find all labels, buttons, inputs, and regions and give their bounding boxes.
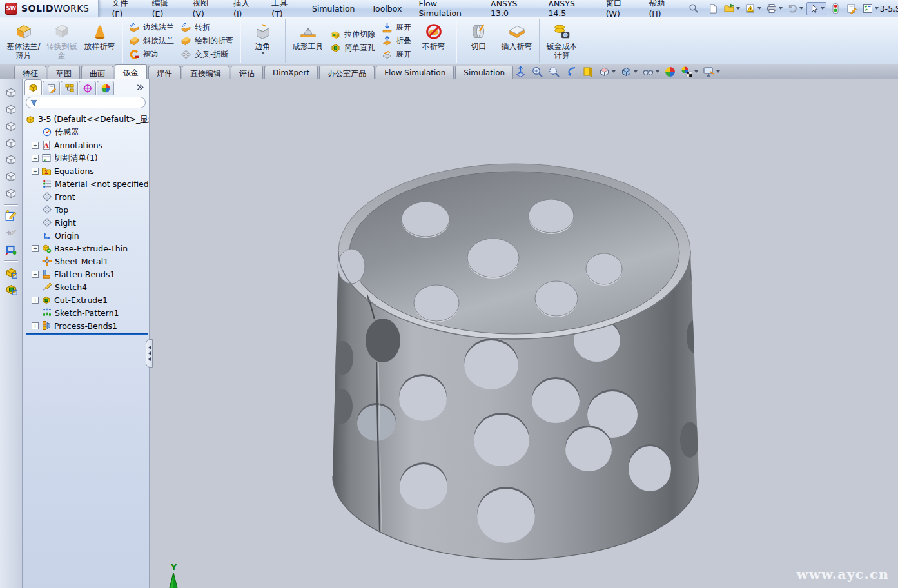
- expand-toggle[interactable]: +: [32, 297, 39, 304]
- tab-sheet-metal[interactable]: 钣金: [115, 64, 147, 79]
- tab-direct-editing[interactable]: 直接编辑: [182, 66, 229, 79]
- tab-sketch[interactable]: 草图: [48, 66, 80, 79]
- edge-flange-button[interactable]: 边线法兰: [126, 21, 177, 34]
- dropdown-caret-icon[interactable]: [612, 70, 616, 73]
- tree-item-base-extrude-thin[interactable]: + Base-Extrude-Thin: [25, 242, 149, 255]
- graphics-viewport[interactable]: Y www.ayc.cn: [150, 79, 898, 588]
- dropdown-caret-icon[interactable]: [716, 70, 720, 73]
- menu-simulation[interactable]: Simulation: [304, 1, 364, 16]
- configuration-manager-tab[interactable]: [61, 81, 78, 95]
- dropdown-caret-icon[interactable]: [821, 7, 825, 10]
- simple-hole-button[interactable]: 简单直孔: [327, 41, 378, 54]
- save-button[interactable]: [743, 2, 763, 15]
- base-flange-button[interactable]: 基体法兰/薄片: [5, 20, 43, 63]
- select-tool-button[interactable]: [806, 2, 826, 15]
- menu-window[interactable]: 窗口(W): [598, 0, 641, 21]
- apply-scene-button[interactable]: [681, 66, 698, 78]
- options-button[interactable]: [861, 2, 880, 15]
- dropdown-caret-icon[interactable]: [634, 70, 638, 73]
- expand-toggle[interactable]: +: [32, 322, 39, 329]
- rip-button[interactable]: 切口: [460, 20, 498, 63]
- tree-item-origin[interactable]: Origin: [25, 229, 149, 242]
- expand-toggle[interactable]: +: [32, 155, 39, 162]
- sheet-metal-costing-button[interactable]: 钣金成本计算: [543, 20, 581, 63]
- tree-item-flatten-bends1[interactable]: + Flatten-Bends1: [25, 268, 149, 280]
- extruded-cut-strip-icon[interactable]: [3, 281, 19, 297]
- tree-item-sheet-metal1[interactable]: Sheet-Metal1: [25, 255, 149, 268]
- dropdown-caret-icon[interactable]: [779, 7, 783, 10]
- view-cube-icon[interactable]: [3, 152, 19, 168]
- zoom-to-area-button[interactable]: [531, 66, 543, 78]
- extruded-cut-button[interactable]: 拉伸切除: [327, 28, 378, 41]
- lofted-bend-button[interactable]: 放样折弯: [81, 20, 119, 63]
- view-cube-icon[interactable]: [3, 85, 19, 101]
- tree-item-cut-extrude1[interactable]: + Cut-Extrude1: [25, 293, 149, 306]
- expand-toggle[interactable]: +: [32, 271, 39, 278]
- search-icon[interactable]: [688, 3, 699, 14]
- edit-appearance-button[interactable]: [664, 66, 676, 78]
- tree-item-annotations[interactable]: + Annotations: [25, 139, 149, 152]
- dropdown-caret-icon[interactable]: [261, 52, 265, 54]
- extruded-boss-icon[interactable]: [3, 264, 19, 280]
- convert-entities-icon[interactable]: [3, 242, 19, 257]
- view-cube-icon[interactable]: [3, 102, 19, 117]
- undo-button[interactable]: [786, 3, 805, 15]
- zoom-to-fit-button[interactable]: [514, 66, 527, 78]
- display-style-button[interactable]: [620, 66, 638, 78]
- insert-bends-button[interactable]: 插入折弯: [498, 20, 536, 63]
- tree-item-sketch4[interactable]: Sketch4: [25, 280, 149, 293]
- cross-break-button[interactable]: 交叉-折断: [177, 48, 237, 61]
- hem-button[interactable]: 褶边: [126, 48, 177, 61]
- new-document-button[interactable]: [707, 3, 720, 15]
- open-document-button[interactable]: [722, 2, 741, 15]
- dimxpert-manager-tab[interactable]: [79, 81, 96, 95]
- menu-ansys-145[interactable]: ANSYS 14.5: [540, 0, 597, 21]
- tree-item-top-plane[interactable]: Top: [25, 203, 149, 216]
- menu-toolbox[interactable]: Toolbox: [364, 1, 411, 16]
- property-manager-tab[interactable]: [43, 81, 60, 95]
- view-orientation-button[interactable]: [598, 66, 616, 78]
- menu-help[interactable]: 帮助(H): [640, 0, 681, 21]
- dropdown-caret-icon[interactable]: [736, 7, 740, 10]
- new-sketch-icon[interactable]: [3, 208, 19, 224]
- view-cube-icon[interactable]: [3, 169, 19, 184]
- menu-ansys-13[interactable]: ANSYS 13.0: [482, 0, 540, 21]
- sketched-bend-button[interactable]: 绘制的折弯: [177, 35, 237, 48]
- file-properties-button[interactable]: [844, 2, 859, 15]
- tab-evaluate[interactable]: 评估: [231, 66, 263, 79]
- section-view-button[interactable]: [581, 66, 594, 78]
- rollback-bar[interactable]: [26, 333, 148, 335]
- tree-filter-box[interactable]: [26, 97, 146, 108]
- add-sketch-icon[interactable]: [3, 225, 19, 240]
- tab-dimxpert[interactable]: DimXpert: [264, 66, 318, 79]
- fold-button[interactable]: 折叠: [378, 35, 415, 48]
- tree-item-material[interactable]: Material <not specified>: [25, 177, 149, 190]
- view-cube-icon[interactable]: [3, 135, 19, 151]
- tab-weldments[interactable]: 焊件: [148, 66, 181, 79]
- dropdown-caret-icon[interactable]: [694, 70, 698, 73]
- dropdown-caret-icon[interactable]: [656, 70, 659, 73]
- expand-toggle[interactable]: +: [32, 168, 39, 175]
- dropdown-caret-icon[interactable]: [799, 7, 803, 10]
- part-3d-model[interactable]: [150, 79, 898, 588]
- rebuild-button[interactable]: [828, 2, 843, 15]
- jog-button[interactable]: 转折: [177, 21, 237, 34]
- view-settings-button[interactable]: [703, 66, 720, 78]
- tab-surfaces[interactable]: 曲面: [81, 66, 113, 79]
- tab-flow-simulation[interactable]: Flow Simulation: [376, 66, 454, 79]
- zoom-in-out-button[interactable]: [548, 66, 560, 78]
- tree-item-equations[interactable]: + Equations: [25, 164, 149, 177]
- tab-office-products[interactable]: 办公室产品: [319, 66, 375, 79]
- tree-item-front-plane[interactable]: Front: [25, 190, 149, 203]
- menu-flow-simulation[interactable]: Flow Simulation: [410, 0, 482, 21]
- view-cube-icon[interactable]: [3, 119, 19, 134]
- expand-toggle[interactable]: +: [32, 245, 39, 252]
- flatten-button[interactable]: 展开: [378, 48, 415, 61]
- tree-item-process-bends1[interactable]: + Process-Bends1: [25, 319, 149, 332]
- panel-overflow-chevron-icon[interactable]: [136, 83, 144, 92]
- dropdown-caret-icon[interactable]: [757, 7, 761, 10]
- previous-view-button[interactable]: [565, 66, 577, 78]
- print-button[interactable]: [765, 2, 784, 15]
- tree-item-sketch-pattern1[interactable]: Sketch-Pattern1: [25, 306, 149, 319]
- corner-button[interactable]: 边角: [244, 20, 282, 63]
